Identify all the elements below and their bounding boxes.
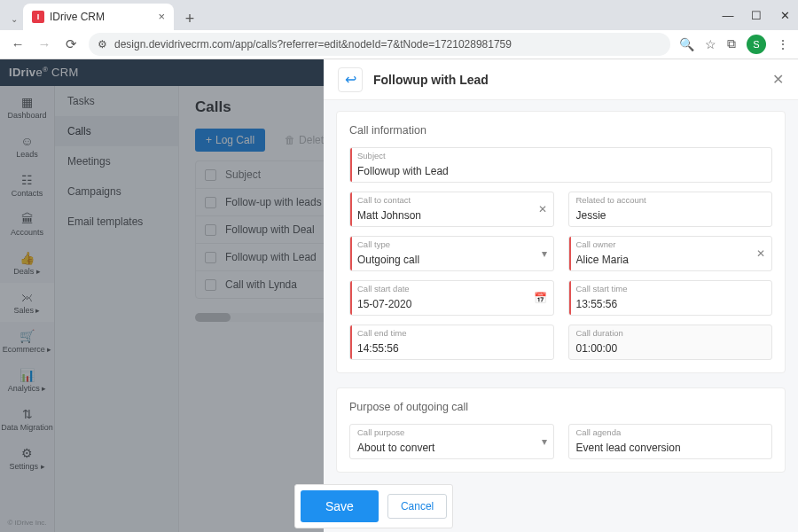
new-tab-button[interactable]: + (179, 9, 200, 30)
field-call-owner[interactable]: Call owner Alice Maria ✕ (568, 236, 773, 271)
clear-icon[interactable]: ✕ (538, 203, 547, 215)
clear-icon[interactable]: ✕ (756, 247, 765, 260)
save-button[interactable]: Save (301, 490, 379, 522)
nav-reload-icon[interactable]: ⟳ (62, 35, 80, 53)
field-agenda[interactable]: Call agenda Event lead conversion (568, 424, 773, 459)
bookmark-icon[interactable]: ☆ (705, 37, 716, 51)
calendar-icon[interactable]: 📅 (534, 292, 547, 304)
nav-back-icon[interactable]: ← (9, 35, 27, 53)
extensions-icon[interactable]: ⧉ (727, 36, 736, 51)
tab-title: IDrive CRM (50, 11, 153, 23)
panel-close-icon[interactable]: ✕ (772, 71, 784, 88)
profile-avatar[interactable]: S (747, 35, 766, 54)
zoom-icon[interactable]: 🔍 (679, 37, 694, 51)
url-text: design.devidrivecrm.com/app/calls?referr… (114, 38, 512, 51)
field-start-date[interactable]: Call start date 15-07-2020 📅 (349, 280, 554, 316)
field-subject[interactable]: Subject Followup with Lead (349, 147, 772, 183)
section-purpose: Purpose of outgoing call (349, 401, 772, 413)
field-contact[interactable]: Call to contact Matt Johnson ✕ (349, 192, 554, 227)
panel-title: Followup with Lead (373, 73, 762, 87)
cancel-button[interactable]: Cancel (387, 494, 447, 519)
favicon: I (32, 11, 44, 23)
field-call-type[interactable]: Call type Outgoing call ▾ (349, 236, 554, 271)
field-purpose[interactable]: Call purpose About to convert ▾ (349, 424, 554, 459)
field-account[interactable]: Related to account Jessie (568, 192, 773, 227)
tab-list-caret[interactable]: ⌄ (5, 9, 23, 30)
close-tab-icon[interactable]: × (158, 10, 165, 23)
section-call-info: Call information (349, 124, 772, 137)
field-start-time[interactable]: Call start time 13:55:56 (568, 280, 773, 316)
site-settings-icon[interactable]: ⚙ (98, 38, 107, 51)
panel-back-button[interactable]: ↩ (338, 67, 363, 92)
chevron-down-icon[interactable]: ▾ (542, 247, 547, 260)
window-minimize[interactable]: — (720, 9, 736, 22)
chevron-down-icon[interactable]: ▾ (542, 435, 547, 448)
browser-tab[interactable]: I IDrive CRM × (23, 4, 174, 30)
window-close[interactable]: ✕ (777, 9, 793, 22)
browser-menu-icon[interactable]: ⋮ (777, 37, 789, 51)
window-maximize[interactable]: ☐ (748, 9, 764, 22)
field-end-time[interactable]: Call end time 14:55:56 (349, 325, 554, 360)
field-duration: Call duration 01:00:00 (568, 325, 773, 360)
nav-forward-icon: → (35, 35, 53, 53)
url-bar[interactable]: ⚙ design.devidrivecrm.com/app/calls?refe… (89, 33, 670, 56)
